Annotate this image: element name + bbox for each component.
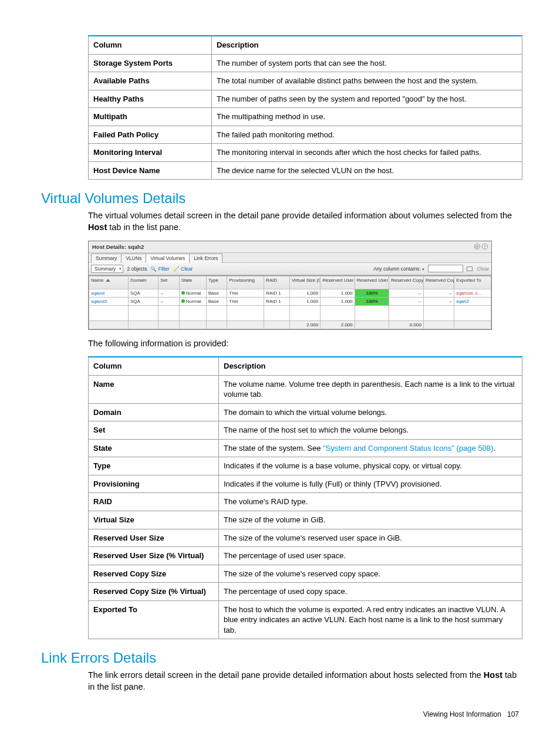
- virtual-volumes-details-heading: Virtual Volumes Details: [41, 190, 519, 207]
- cell: --: [158, 297, 180, 305]
- link-errors-details-heading: Link Errors Details: [41, 650, 519, 666]
- t2-header-column: Column: [89, 357, 219, 375]
- cell: 100%: [355, 297, 389, 305]
- help-icon[interactable]: ?: [482, 244, 488, 249]
- grid-header[interactable]: RAID: [264, 276, 289, 289]
- t2-col-name: Reserved User Size: [89, 529, 219, 547]
- clear-button[interactable]: Clear: [477, 266, 489, 272]
- t2-col-name: State: [89, 439, 219, 457]
- t2-col-name: Domain: [89, 403, 219, 421]
- cell: SQA: [128, 289, 158, 297]
- t2-col-desc: The percentage of used user space.: [219, 547, 522, 565]
- t2-col-desc: The size of the volume's reserved user s…: [219, 529, 522, 547]
- cell: --: [423, 289, 454, 297]
- t2-col-name: Virtual Size: [89, 511, 219, 529]
- t2-col-name: Reserved Copy Size (% Virtual): [89, 583, 219, 601]
- t1-col-name: Storage System Ports: [89, 54, 212, 72]
- cell: 1.000: [289, 289, 320, 297]
- grid-toolbar: Summary 2 objects 🔍 Filter 🧹 Clear Any c…: [89, 262, 491, 275]
- state-cell: Normal: [179, 297, 206, 305]
- t2-col-name: Reserved User Size (% Virtual): [89, 547, 219, 565]
- volume-name-link[interactable]: sqavol: [89, 289, 129, 297]
- column-description-table-2: Column Description NameThe volume name. …: [88, 356, 522, 639]
- cell: 100%: [355, 289, 389, 297]
- t1-col-desc: The monitoring interval in seconds after…: [212, 144, 522, 162]
- export-icon[interactable]: [467, 266, 473, 271]
- cell: SQA: [128, 297, 158, 305]
- grid-header[interactable]: Reserved User Size (% Virtual): [355, 276, 389, 289]
- state-cell: Normal: [179, 289, 206, 297]
- t2-col-desc: The host to which the volume is exported…: [219, 600, 522, 639]
- grid-header[interactable]: Exported To: [454, 276, 491, 289]
- cell: 1.000: [321, 297, 355, 305]
- t1-col-name: Healthy Paths: [89, 90, 212, 108]
- grid-header[interactable]: Provisioning: [227, 276, 264, 289]
- sort-asc-icon: [106, 279, 110, 282]
- view-dropdown[interactable]: Summary: [91, 265, 123, 273]
- t1-col-name: Monitoring Interval: [89, 144, 212, 162]
- t2-col-desc: The domain to which the virtual volume b…: [219, 403, 522, 421]
- cell: Thin: [227, 297, 264, 305]
- cell: --: [389, 297, 424, 305]
- grid-header[interactable]: Domain: [128, 276, 158, 289]
- t2-col-name: Exported To: [89, 600, 219, 639]
- t2-col-name: Set: [89, 421, 219, 440]
- column-filter-label[interactable]: Any column contains:: [373, 266, 424, 272]
- t2-col-name: Reserved Copy Size: [89, 565, 219, 583]
- grid-header[interactable]: State: [179, 276, 206, 289]
- t2-col-desc: The percentage of used copy space.: [219, 583, 522, 601]
- filter-link[interactable]: 🔍 Filter: [150, 266, 169, 272]
- t2-col-desc: Indicates if the volume is a base volume…: [219, 457, 522, 475]
- clear-filter-link[interactable]: 🧹 Clear: [173, 266, 193, 272]
- panel-title: Host Details: sqah2: [92, 244, 144, 250]
- detail-tabs: SummaryVLUNsVirtual VolumesLink Errors: [89, 253, 491, 262]
- exported-to-link[interactable]: sqahost, s...: [454, 289, 491, 297]
- cell: RAID 1: [264, 297, 289, 305]
- t1-col-name: Multipath: [89, 108, 212, 126]
- t1-col-name: Available Paths: [89, 72, 212, 90]
- column-filter-input[interactable]: [428, 265, 463, 272]
- status-normal-icon: [181, 291, 185, 295]
- refresh-icon[interactable]: ⟳: [474, 244, 480, 249]
- t1-col-name: Failed Path Policy: [89, 126, 212, 144]
- tab-vluns[interactable]: VLUNs: [121, 254, 146, 263]
- virtual-volumes-grid: NameDomainSetStateTypeProvisioningRAIDVi…: [89, 275, 491, 329]
- grid-header[interactable]: Reserved User Size (GiB): [321, 276, 355, 289]
- volume-name-link[interactable]: sqavol2: [89, 297, 129, 305]
- t1-col-desc: The failed path monitoring method.: [212, 126, 522, 144]
- table-row[interactable]: sqavol2SQA--NormalBaseThinRAID 11.0001.0…: [89, 297, 491, 305]
- t1-col-desc: The multipathing method in use.: [212, 108, 522, 126]
- t2-col-desc: The volume's RAID type.: [219, 493, 522, 511]
- object-count: 2 objects: [127, 266, 147, 272]
- grid-header[interactable]: Set: [158, 276, 180, 289]
- exported-to-link[interactable]: sqah2: [454, 297, 491, 305]
- t1-header-description: Description: [212, 36, 522, 54]
- tab-summary[interactable]: Summary: [91, 254, 122, 263]
- column-description-table-1: Column Description Storage System PortsT…: [88, 35, 522, 180]
- grid-header[interactable]: Name: [89, 276, 129, 289]
- t1-col-desc: The number of paths seen by the system a…: [212, 90, 522, 108]
- host-details-panel: Host Details: sqah2 ⟳ ? SummaryVLUNsVirt…: [88, 241, 492, 330]
- cell: Base: [206, 289, 227, 297]
- tab-link-errors[interactable]: Link Errors: [189, 254, 222, 263]
- cell: 1.000: [321, 289, 355, 297]
- cell: RAID 1: [264, 289, 289, 297]
- grid-header[interactable]: Type: [206, 276, 227, 289]
- t2-col-desc: Indicates if the volume is fully (Full) …: [219, 475, 522, 493]
- tab-virtual-volumes[interactable]: Virtual Volumes: [146, 254, 190, 263]
- t2-col-name: Type: [89, 457, 219, 475]
- grid-header[interactable]: Reserved Copy Size (% Virtual): [423, 276, 454, 289]
- t1-col-desc: The total number of available distinct p…: [212, 72, 522, 90]
- t2-col-desc: The name of the host set to which the vo…: [219, 421, 522, 440]
- cell: --: [389, 289, 424, 297]
- page-footer: Viewing Host Information 107: [41, 710, 519, 718]
- cell: --: [158, 289, 180, 297]
- doc-crossref-link[interactable]: "System and Component Status Icons" (pag…: [323, 444, 493, 453]
- status-normal-icon: [181, 299, 185, 303]
- t2-col-desc: The size of the volume in GiB.: [219, 511, 522, 529]
- table-row[interactable]: sqavolSQA--NormalBaseThinRAID 11.0001.00…: [89, 289, 491, 297]
- table2-intro: The following information is provided:: [88, 338, 519, 350]
- cell: Base: [206, 297, 227, 305]
- grid-header[interactable]: Virtual Size (GiB): [289, 276, 320, 289]
- grid-header[interactable]: Reserved Copy Size (GiB): [389, 276, 424, 289]
